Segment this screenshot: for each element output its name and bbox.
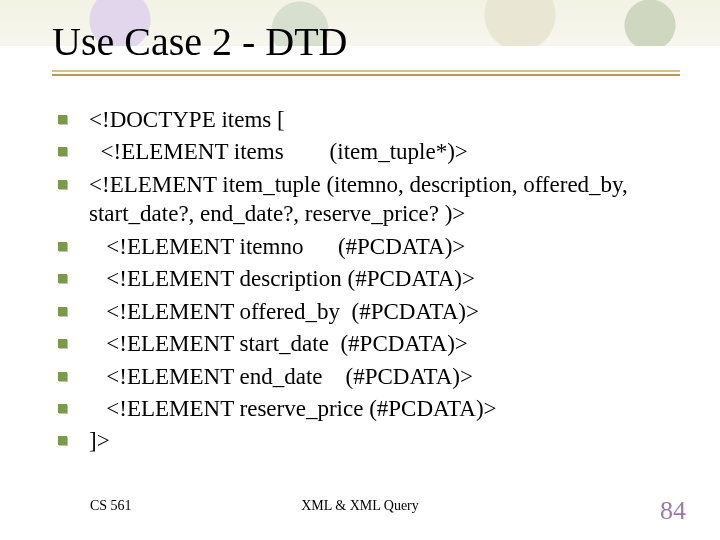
bullet-text: <!ELEMENT end_date (#PCDATA)>	[89, 362, 473, 391]
list-item: <!ELEMENT reserve_price (#PCDATA)>	[58, 394, 680, 423]
list-item: <!ELEMENT itemno (#PCDATA)>	[58, 232, 680, 261]
list-item: <!ELEMENT description (#PCDATA)>	[58, 264, 680, 293]
footer-center: XML & XML Query	[0, 498, 720, 514]
list-item: <!ELEMENT start_date (#PCDATA)>	[58, 329, 680, 358]
bullet-text: <!ELEMENT start_date (#PCDATA)>	[89, 329, 468, 358]
bullet-text: <!ELEMENT itemno (#PCDATA)>	[89, 232, 465, 261]
bullet-list: <!DOCTYPE items [ <!ELEMENT items (item_…	[58, 105, 680, 459]
bullet-icon	[58, 339, 67, 348]
bullet-icon	[58, 436, 67, 445]
bullet-icon	[58, 274, 67, 283]
bullet-icon	[58, 147, 67, 156]
bullet-icon	[58, 372, 67, 381]
bullet-text: <!ELEMENT items (item_tuple*)>	[89, 137, 468, 166]
title-underline-shadow	[52, 74, 680, 76]
bullet-icon	[58, 115, 67, 124]
list-item: ]>	[58, 426, 680, 455]
bullet-text: <!ELEMENT reserve_price (#PCDATA)>	[89, 394, 497, 423]
list-item: <!ELEMENT end_date (#PCDATA)>	[58, 362, 680, 391]
bullet-text: <!ELEMENT description (#PCDATA)>	[89, 264, 475, 293]
list-item: <!ELEMENT item_tuple (itemno, descriptio…	[58, 170, 680, 229]
list-item: <!ELEMENT items (item_tuple*)>	[58, 137, 680, 166]
bullet-text: ]>	[89, 426, 110, 455]
bullet-text: <!ELEMENT offered_by (#PCDATA)>	[89, 297, 479, 326]
bullet-icon	[58, 307, 67, 316]
title-underline	[52, 70, 680, 72]
bullet-text: <!ELEMENT item_tuple (itemno, descriptio…	[89, 170, 680, 229]
bullet-icon	[58, 180, 67, 189]
bullet-icon	[58, 242, 67, 251]
page-number: 84	[660, 496, 686, 526]
bullet-text: <!DOCTYPE items [	[89, 105, 285, 134]
slide-footer: CS 561 XML & XML Query 84	[0, 498, 720, 522]
bullet-icon	[58, 404, 67, 413]
list-item: <!ELEMENT offered_by (#PCDATA)>	[58, 297, 680, 326]
slide-title: Use Case 2 - DTD	[52, 18, 348, 65]
list-item: <!DOCTYPE items [	[58, 105, 680, 134]
